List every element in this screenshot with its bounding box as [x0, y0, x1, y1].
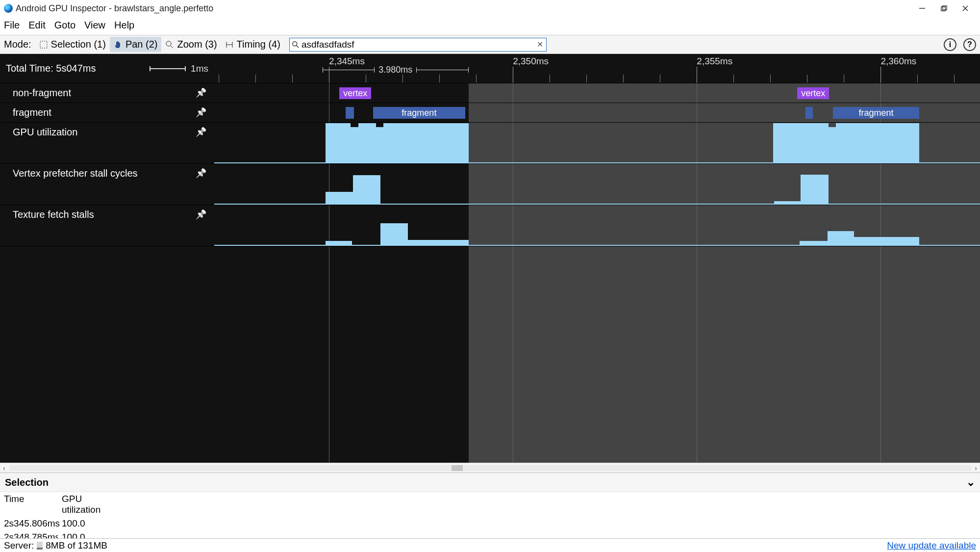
chart-segment[interactable] [358, 123, 376, 162]
menu-goto[interactable]: Goto [54, 20, 75, 31]
horizontal-scrollbar[interactable]: ‹ › [0, 463, 980, 473]
track-row: fragment📌fragmentfragment [0, 103, 980, 123]
track-label[interactable]: fragment📌 [0, 103, 214, 122]
track-body[interactable] [214, 123, 980, 163]
scroll-left-icon[interactable]: ‹ [3, 464, 5, 472]
info-button[interactable]: i [944, 38, 956, 51]
mode-pan[interactable]: Pan (2) [110, 37, 162, 52]
chart-segment[interactable] [326, 241, 352, 245]
minimize-button[interactable] [911, 1, 933, 16]
chart-segment[interactable] [829, 127, 836, 162]
selection-col-header: GPU utilization [58, 492, 126, 517]
ruler-tick-label: 2,355ms [697, 56, 732, 67]
search-icon [292, 41, 300, 49]
timeline-empty-area[interactable] [0, 246, 980, 463]
pin-icon[interactable]: 📌 [196, 107, 206, 118]
chart-segment[interactable] [351, 127, 359, 162]
ruler-left: Total Time: 5s047ms 1ms [0, 54, 214, 83]
update-link[interactable]: New update available [887, 540, 976, 551]
track-row: non-fragment📌vertexvertex [0, 83, 980, 103]
track-body[interactable]: fragmentfragment [214, 103, 980, 122]
server-label: Server: [4, 540, 34, 551]
svg-rect-5 [40, 41, 47, 48]
ruler-row: Total Time: 5s047ms 1ms 2,345ms2,350ms2,… [0, 54, 980, 83]
selection-cell: 2s345.806ms [0, 517, 58, 530]
track-label[interactable]: GPU utilization📌 [0, 123, 214, 163]
timeline-slice[interactable]: fragment [833, 107, 919, 119]
maximize-button[interactable] [933, 1, 955, 16]
toolbar: Mode: Selection (1) Pan (2) Zoom (3) Tim… [0, 35, 980, 54]
menu-edit[interactable]: Edit [28, 20, 45, 31]
timeline-slice[interactable]: vertex [339, 87, 371, 99]
chart-segment[interactable] [353, 175, 380, 204]
scale-indicator: 1ms [150, 63, 208, 74]
measurement-bracket: 3.980ms [323, 65, 469, 75]
pin-icon[interactable]: 📌 [196, 168, 206, 179]
chart-segment[interactable] [408, 240, 469, 245]
mode-label: Mode: [4, 39, 31, 50]
search-clear-icon[interactable]: ✕ [534, 40, 546, 49]
ruler-area[interactable]: 2,345ms2,350ms2,355ms2,360ms3.980ms [214, 54, 980, 83]
selection-cell: 100.0 [58, 530, 126, 538]
mode-zoom[interactable]: Zoom (3) [161, 37, 221, 52]
scrollbar-thumb[interactable] [452, 465, 463, 471]
chevron-down-icon[interactable]: ⌄ [966, 476, 975, 489]
track-label[interactable]: Vertex prefetcher stall cycles📌 [0, 164, 214, 205]
track-label[interactable]: non-fragment📌 [0, 83, 214, 103]
mode-timing[interactable]: Timing (4) [221, 37, 284, 52]
ruler-tick-label: 2,350ms [513, 56, 549, 67]
svg-point-6 [166, 41, 171, 46]
pin-icon[interactable]: 📌 [196, 87, 206, 98]
memory-label: 8MB of 131MB [46, 540, 107, 551]
ruler-tick-label: 2,360ms [880, 56, 916, 67]
search-box[interactable]: ✕ [289, 38, 547, 52]
track-row: Vertex prefetcher stall cycles📌 [0, 164, 980, 205]
window-title: Android GPU Inspector - brawlstars_angle… [16, 3, 213, 14]
chart-segment[interactable] [854, 237, 919, 245]
title-bar: Android GPU Inspector - brawlstars_angle… [0, 0, 980, 17]
scrollbar-track[interactable] [9, 465, 971, 471]
selection-table: TimeGPU utilization2s345.806ms100.02s348… [0, 492, 980, 538]
selection-cell: 2s348.785ms [0, 530, 58, 538]
chart-segment[interactable] [380, 223, 408, 245]
menu-bar: File Edit Goto View Help [0, 17, 980, 35]
svg-line-7 [171, 46, 173, 48]
chart-segment[interactable] [774, 201, 801, 204]
scroll-right-icon[interactable]: › [975, 464, 977, 472]
selection-header[interactable]: Selection ⌄ [0, 473, 980, 492]
search-input[interactable] [302, 39, 534, 50]
track-label[interactable]: Texture fetch stalls📌 [0, 205, 214, 246]
svg-line-12 [297, 45, 299, 47]
chart-segment[interactable] [376, 127, 383, 162]
track-body[interactable] [214, 205, 980, 246]
menu-file[interactable]: File [4, 20, 20, 31]
track-body[interactable] [214, 164, 980, 205]
status-bar: Server: 8MB of 131MB New update availabl… [0, 538, 980, 552]
chart-segment[interactable] [773, 123, 829, 162]
track-body[interactable]: vertexvertex [214, 83, 980, 103]
chart-segment[interactable] [828, 231, 854, 245]
timeline-slice[interactable] [805, 107, 813, 119]
track-row: GPU utilization📌 [0, 123, 980, 164]
chart-segment[interactable] [836, 123, 919, 162]
close-button[interactable] [955, 1, 976, 16]
selection-panel: Selection ⌄ TimeGPU utilization2s345.806… [0, 473, 980, 538]
pin-icon[interactable]: 📌 [196, 209, 206, 220]
timeline[interactable]: Total Time: 5s047ms 1ms 2,345ms2,350ms2,… [0, 54, 980, 463]
chart-segment[interactable] [800, 241, 827, 245]
timeline-slice[interactable] [346, 107, 354, 119]
pan-icon [114, 40, 123, 49]
mode-selection[interactable]: Selection (1) [35, 37, 110, 52]
memory-meter-icon [37, 542, 43, 550]
menu-view[interactable]: View [84, 20, 105, 31]
chart-segment[interactable] [383, 123, 469, 162]
chart-segment[interactable] [801, 175, 829, 204]
menu-help[interactable]: Help [114, 20, 134, 31]
track-row: Texture fetch stalls📌 [0, 205, 980, 246]
help-button[interactable]: ? [963, 38, 976, 51]
pin-icon[interactable]: 📌 [196, 127, 206, 137]
chart-segment[interactable] [326, 192, 353, 204]
timeline-slice[interactable]: vertex [797, 87, 829, 99]
timeline-slice[interactable]: fragment [373, 107, 465, 119]
chart-segment[interactable] [326, 123, 351, 162]
